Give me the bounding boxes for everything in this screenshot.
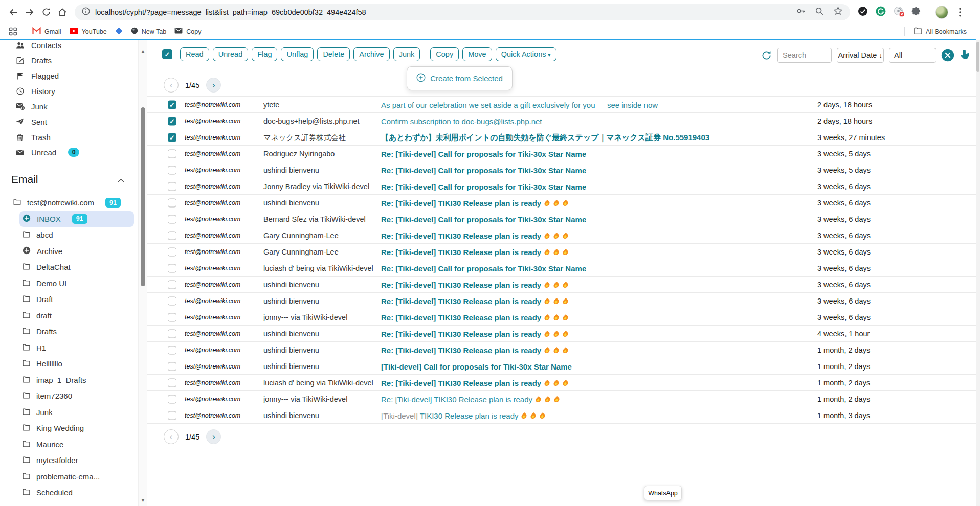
subject-link[interactable]: Re: [Tiki-devel] Call for proposals for … bbox=[381, 264, 586, 272]
row-checkbox[interactable] bbox=[168, 313, 176, 321]
sidebar-folder-archive[interactable]: Archive bbox=[0, 243, 138, 260]
move-button[interactable]: Move bbox=[462, 47, 492, 61]
email-section-header[interactable]: Email bbox=[0, 171, 138, 188]
bookmark-copy[interactable]: Copy bbox=[170, 26, 205, 37]
browser-menu-icon[interactable] bbox=[955, 4, 965, 20]
subject-link[interactable]: Re: [Tiki-devel] Call for proposals for … bbox=[381, 215, 586, 223]
all-bookmarks-button[interactable]: All Bookmarks bbox=[910, 26, 971, 37]
row-checkbox[interactable] bbox=[168, 264, 176, 272]
quick-actions-button[interactable]: Quick Actions bbox=[496, 47, 556, 61]
back-icon[interactable] bbox=[5, 4, 21, 20]
subject-link[interactable]: As part of our celebration we set aside … bbox=[381, 100, 658, 109]
profile-avatar[interactable] bbox=[935, 6, 948, 19]
subject-link[interactable]: 【あとわずか】未利用ポイントの自動失効を防ぐ最終ステップ｜マネックス証券 No.… bbox=[381, 132, 709, 142]
message-row[interactable]: ✓test@notrewiki.comdoc-bugs+help@lists.p… bbox=[147, 113, 976, 129]
row-checkbox[interactable] bbox=[168, 378, 176, 387]
read-button[interactable]: Read bbox=[180, 47, 209, 61]
row-checkbox[interactable]: ✓ bbox=[168, 133, 176, 142]
sidebar-item-flagged[interactable]: Flagged bbox=[0, 68, 138, 83]
message-row[interactable]: test@notrewiki.comushindi bienvenuRe: [T… bbox=[147, 293, 976, 309]
sidebar-folder-scheduled[interactable]: Scheduled bbox=[0, 485, 138, 501]
junk-button[interactable]: Junk bbox=[393, 47, 420, 61]
sidebar-folder-king-wedding[interactable]: King Wedding bbox=[0, 420, 138, 436]
sidebar-folder-helllllllo[interactable]: Helllllllo bbox=[0, 356, 138, 372]
archive-button[interactable]: Archive bbox=[353, 47, 389, 61]
forward-icon[interactable] bbox=[21, 4, 38, 20]
password-key-icon[interactable] bbox=[796, 6, 806, 18]
site-info-icon[interactable] bbox=[82, 7, 90, 17]
subject-link[interactable]: Re: [Tiki-devel] TIKI30 Release plan is … bbox=[381, 296, 569, 305]
address-bar[interactable]: localhost/cypht/?page=message_list&list_… bbox=[75, 4, 850, 20]
sidebar-scrollbar[interactable]: ▲ ▼ bbox=[138, 40, 147, 506]
message-row[interactable]: test@notrewiki.comRodriguez NyiringaboRe… bbox=[147, 146, 976, 162]
select-all-checkbox[interactable]: ✓ bbox=[162, 49, 172, 59]
chevron-up-icon[interactable] bbox=[117, 173, 125, 186]
sidebar-folder-abcd[interactable]: abcd bbox=[0, 227, 138, 243]
row-checkbox[interactable] bbox=[168, 198, 176, 207]
bookmark-new-tab[interactable]: New Tab bbox=[127, 26, 170, 37]
sidebar-item-contacts[interactable]: Contacts bbox=[0, 40, 138, 53]
bookmark-favicon[interactable] bbox=[111, 26, 127, 38]
sidebar-folder-drafts[interactable]: Drafts bbox=[0, 324, 138, 340]
scroll-down-icon[interactable]: ▼ bbox=[139, 498, 147, 503]
sidebar-folder-maurice[interactable]: Maurice bbox=[0, 436, 138, 453]
message-row[interactable]: test@notrewiki.comushindi bienvenuRe: [T… bbox=[147, 162, 976, 178]
subject-link[interactable]: Re: [Tiki-devel] TIKI30 Release plan is … bbox=[381, 346, 569, 354]
unflag-button[interactable]: Unflag bbox=[281, 47, 314, 61]
sidebar-folder-deltachat[interactable]: DeltaChat bbox=[0, 259, 138, 275]
sidebar-item-unread[interactable]: Unread0 bbox=[0, 145, 138, 160]
extension-disabled-icon[interactable] bbox=[893, 6, 904, 19]
sidebar-folder-draft[interactable]: draft bbox=[0, 308, 138, 324]
sidebar-folder-problematic-ema-[interactable]: problematic-ema... bbox=[0, 469, 138, 485]
sidebar-folder-imap-1-drafts[interactable]: imap_1_Drafts bbox=[0, 372, 138, 388]
hand-pointer-icon[interactable] bbox=[960, 49, 972, 62]
next-page-button[interactable]: › bbox=[206, 78, 221, 93]
flag-button[interactable]: Flag bbox=[252, 47, 277, 61]
row-checkbox[interactable] bbox=[168, 247, 176, 256]
quick-actions-menu[interactable]: Create from Selected bbox=[407, 66, 513, 90]
message-row[interactable]: test@notrewiki.comluciash d' being via T… bbox=[147, 260, 976, 277]
home-icon[interactable] bbox=[54, 4, 71, 20]
prev-page-button[interactable]: ‹ bbox=[164, 78, 179, 93]
message-row[interactable]: ✓test@notrewiki.comマネックス証券株式会社【あとわずか】未利用… bbox=[147, 129, 976, 146]
message-row[interactable]: test@notrewiki.comJonny Bradley via Tiki… bbox=[147, 178, 976, 195]
sort-dropdown[interactable]: Arrival Date ↓ bbox=[837, 48, 884, 63]
bookmark-star-icon[interactable] bbox=[833, 6, 843, 18]
reload-icon[interactable] bbox=[38, 4, 54, 20]
subject-link[interactable]: Re: [Tiki-devel] TIKI30 Release plan is … bbox=[381, 247, 569, 256]
subject-link[interactable]: Re: [Tiki-devel] TIKI30 Release plan is … bbox=[381, 198, 569, 207]
row-checkbox[interactable] bbox=[168, 280, 176, 289]
row-checkbox[interactable] bbox=[168, 411, 176, 420]
grammarly-icon[interactable] bbox=[875, 6, 886, 19]
row-checkbox[interactable] bbox=[168, 149, 176, 158]
subject-link[interactable]: Re: [Tiki-devel] TIKI30 Release plan is … bbox=[381, 313, 569, 321]
message-row[interactable]: test@notrewiki.comushindi bienvenu[Tiki-… bbox=[147, 407, 976, 424]
subject-link[interactable]: [Tiki-devel] TIKI30 Release plan is read… bbox=[381, 411, 546, 420]
sidebar-folder-item72360[interactable]: item72360 bbox=[0, 388, 138, 404]
subject-link[interactable]: [Tiki-devel] Call for proposals for Tiki… bbox=[381, 362, 572, 371]
subject-link[interactable]: Re: [Tiki-devel] Call for proposals for … bbox=[381, 149, 586, 158]
row-checkbox[interactable] bbox=[168, 182, 176, 191]
row-checkbox[interactable]: ✓ bbox=[168, 117, 176, 125]
message-row[interactable]: test@notrewiki.comushindi bienvenu[Tiki-… bbox=[147, 358, 976, 375]
zoom-icon[interactable] bbox=[815, 7, 824, 18]
extension-check-icon[interactable] bbox=[857, 6, 868, 19]
search-input[interactable] bbox=[777, 48, 832, 63]
message-row[interactable]: test@notrewiki.comushindi bienvenuRe: [T… bbox=[147, 195, 976, 211]
message-row[interactable]: test@notrewiki.comushindi bienvenuRe: [T… bbox=[147, 277, 976, 293]
filter-dropdown[interactable]: All bbox=[889, 48, 936, 63]
prev-page-button[interactable]: ‹ bbox=[164, 429, 179, 444]
bookmark-youtube[interactable]: YouTube bbox=[65, 26, 111, 37]
subject-link[interactable]: Confirm subscription to doc-bugs@lists.p… bbox=[381, 117, 542, 125]
row-checkbox[interactable] bbox=[168, 296, 176, 305]
extensions-puzzle-icon[interactable] bbox=[911, 6, 921, 18]
scroll-up-icon[interactable]: ▲ bbox=[139, 49, 147, 54]
sidebar-folder-inbox[interactable]: INBOX91 bbox=[19, 211, 134, 227]
row-checkbox[interactable] bbox=[168, 395, 176, 403]
sidebar-scrollbar-thumb[interactable] bbox=[141, 107, 145, 286]
sidebar-item-junk[interactable]: Junk bbox=[0, 99, 138, 114]
create-from-selected-item[interactable]: Create from Selected bbox=[430, 74, 503, 83]
sidebar-folder-demo-ui[interactable]: Demo UI bbox=[0, 275, 138, 292]
window-scrollbar-thumb[interactable] bbox=[976, 42, 979, 72]
message-row[interactable]: test@notrewiki.comjonny--- via TikiWiki-… bbox=[147, 391, 976, 407]
